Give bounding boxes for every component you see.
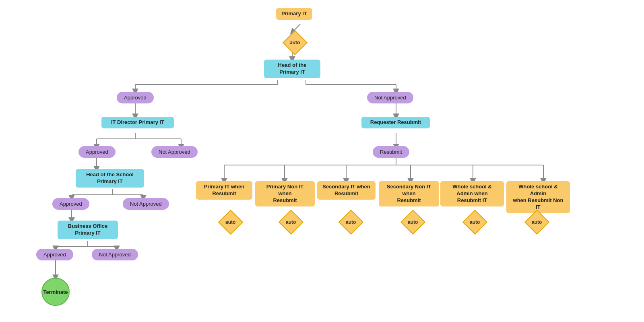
it-director-label: IT Director Primary IT xyxy=(101,117,174,128)
not-approved-3-label: Not Approved xyxy=(123,198,169,210)
approved-1-node: Approved xyxy=(117,92,154,103)
not-approved-1-label: Not Approved xyxy=(367,92,413,103)
approved-1-label: Approved xyxy=(117,92,154,103)
requester-resubmit-node: Requester Resubmit xyxy=(361,117,430,128)
not-approved-3-node: Not Approved xyxy=(123,198,169,210)
flowchart: Primary IT auto Head of thePrimary IT Ap… xyxy=(0,0,644,322)
auto-diamond-4: auto xyxy=(339,210,363,234)
it-director-node: IT Director Primary IT xyxy=(101,117,174,128)
primary-non-it-node: Primary Non IT whenResubmit xyxy=(255,181,315,206)
secondary-it-label: Secondary IT whenResubmit xyxy=(317,181,376,200)
terminate-label: Terminate xyxy=(41,278,70,306)
not-approved-2-node: Not Approved xyxy=(151,146,198,158)
secondary-non-it-label: Secondary Non IT whenResubmit xyxy=(379,181,439,206)
resubmit-node: Resubmit xyxy=(373,146,409,158)
requester-resubmit-label: Requester Resubmit xyxy=(361,117,430,128)
not-approved-4-node: Not Approved xyxy=(92,249,138,260)
auto-diamond-5: auto xyxy=(401,210,425,234)
primary-it-label: Primary IT xyxy=(276,8,312,20)
approved-4-label: Approved xyxy=(36,249,73,260)
resubmit-label: Resubmit xyxy=(373,146,409,158)
primary-it-node: Primary IT xyxy=(276,8,312,20)
not-approved-1-node: Not Approved xyxy=(367,92,413,103)
auto-7-label: auto xyxy=(532,219,542,225)
auto-2-label: auto xyxy=(225,219,235,225)
secondary-it-node: Secondary IT whenResubmit xyxy=(317,181,376,200)
auto-diamond-6: auto xyxy=(463,210,487,234)
whole-school-non-it-node: Whole school & Adminwhen Resubmit Non IT xyxy=(506,181,570,213)
business-office-label: Business OfficePrimary IT xyxy=(58,221,118,239)
approved-3-label: Approved xyxy=(52,198,89,210)
connectors-svg xyxy=(0,0,644,322)
auto-4-label: auto xyxy=(346,219,356,225)
head-school-label: Head of the SchoolPrimary IT xyxy=(76,169,144,188)
auto-diamond-7: auto xyxy=(525,210,549,234)
auto-3-label: auto xyxy=(286,219,296,225)
primary-non-it-label: Primary Non IT whenResubmit xyxy=(255,181,315,206)
not-approved-4-label: Not Approved xyxy=(92,249,138,260)
auto-diamond-1-label: auto xyxy=(290,40,300,45)
head-primary-it-label: Head of thePrimary IT xyxy=(264,60,320,78)
auto-diamond-1: auto xyxy=(283,31,307,55)
whole-school-it-node: Whole school &Admin when Resubmit IT xyxy=(440,181,504,206)
not-approved-2-label: Not Approved xyxy=(151,146,198,158)
terminate-node: Terminate xyxy=(41,278,70,306)
business-office-node: Business OfficePrimary IT xyxy=(58,221,118,239)
primary-it-resubmit-label: Primary IT whenResubmit xyxy=(196,181,252,200)
approved-4-node: Approved xyxy=(36,249,73,260)
auto-6-label: auto xyxy=(470,219,480,225)
whole-school-it-label: Whole school &Admin when Resubmit IT xyxy=(440,181,504,206)
auto-diamond-2: auto xyxy=(219,210,243,234)
approved-2-label: Approved xyxy=(78,146,116,158)
whole-school-non-it-label: Whole school & Adminwhen Resubmit Non IT xyxy=(506,181,570,213)
auto-diamond-3: auto xyxy=(279,210,303,234)
secondary-non-it-node: Secondary Non IT whenResubmit xyxy=(379,181,439,206)
head-school-node: Head of the SchoolPrimary IT xyxy=(76,169,144,188)
approved-3-node: Approved xyxy=(52,198,89,210)
auto-5-label: auto xyxy=(408,219,418,225)
head-primary-it-node: Head of thePrimary IT xyxy=(264,60,320,78)
approved-2-node: Approved xyxy=(78,146,116,158)
primary-it-resubmit-node: Primary IT whenResubmit xyxy=(196,181,252,200)
